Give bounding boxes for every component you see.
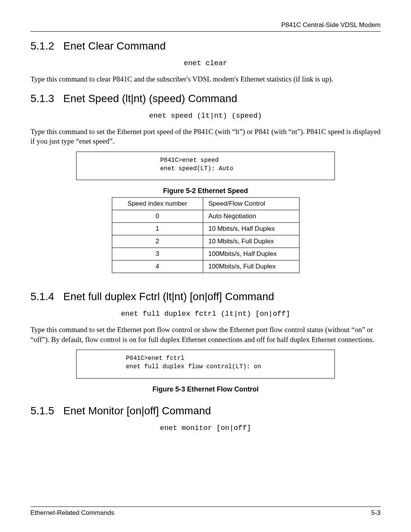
heading-title: Enet Speed (lt|nt) (speed) Command	[63, 93, 237, 105]
table-cell: 100Mbits/s, Full Duplex	[203, 260, 299, 273]
table-row: 0 Auto Negotiation	[112, 210, 299, 223]
heading-title: Enet full duplex Fctrl (lt|nt) [on|off] …	[63, 291, 274, 303]
table-cell: 10 Mbits/s, Full Duplex	[203, 235, 299, 248]
figure-caption-5-3: Figure 5-3 Ethernet Flow Control	[30, 385, 381, 393]
code-box-5-1-4: P841C>enet fctrl enet full duplex flow c…	[76, 350, 335, 378]
heading-5-1-3: 5.1.3 Enet Speed (lt|nt) (speed) Command	[30, 93, 381, 105]
table-row: 1 10 Mbits/s, Half Duplex	[112, 223, 299, 235]
running-header: P841C Central-Side VDSL Modem	[30, 21, 381, 32]
table-row: 4 100Mbits/s, Full Duplex	[112, 260, 299, 273]
table-row: 2 10 Mbits/s, Full Duplex	[112, 235, 299, 248]
heading-number: 5.1.5	[30, 405, 54, 417]
table-cell: 100Mbits/s, Half Duplex	[203, 248, 299, 260]
heading-number: 5.1.2	[30, 40, 54, 52]
paragraph-5-1-2: Type this command to clear P841C and the…	[30, 74, 381, 84]
footer-left: Ethernet-Related Commands	[30, 509, 114, 517]
paragraph-5-1-4: Type this command to set the Ethernet po…	[30, 325, 381, 344]
command-5-1-3: enet speed (lt|nt) (speed)	[30, 112, 381, 120]
table-cell: 2	[112, 235, 203, 248]
heading-number: 5.1.4	[30, 291, 54, 303]
footer-right: 5-3	[371, 509, 381, 517]
command-5-1-4: enet full duplex fctrl (lt|nt) [on|off]	[30, 310, 381, 318]
heading-title: Enet Monitor [on|off] Command	[63, 405, 211, 417]
table-row: 3 100Mbits/s, Half Duplex	[112, 248, 299, 260]
table-header-cell: Speed index number	[112, 198, 203, 210]
heading-5-1-2: 5.1.2 Enet Clear Command	[30, 40, 381, 52]
table-cell: Auto Negotiation	[203, 210, 299, 223]
command-5-1-5: enet monitor [on|off]	[30, 424, 381, 432]
paragraph-5-1-3: Type this command to set the Ethernet po…	[30, 127, 381, 146]
heading-number: 5.1.3	[30, 93, 54, 105]
heading-title: Enet Clear Command	[63, 40, 166, 52]
heading-5-1-5: 5.1.5 Enet Monitor [on|off] Command	[30, 405, 381, 417]
table-cell: 3	[112, 248, 203, 260]
table-header-row: Speed index number Speed/Flow Control	[112, 198, 299, 210]
figure-caption-5-2: Figure 5-2 Ethernet Speed	[30, 187, 381, 195]
table-cell: 10 Mbits/s, Half Duplex	[203, 223, 299, 235]
command-5-1-2: enet clear	[30, 59, 381, 67]
speed-table: Speed index number Speed/Flow Control 0 …	[112, 197, 299, 273]
code-content: P841C>enet fctrl enet full duplex flow c…	[126, 355, 328, 371]
heading-5-1-4: 5.1.4 Enet full duplex Fctrl (lt|nt) [on…	[30, 291, 381, 303]
page-footer: Ethernet-Related Commands 5-3	[30, 506, 381, 517]
table-cell: 0	[112, 210, 203, 223]
code-content: P841C>enet speed enet speed(LT): Auto	[160, 157, 328, 173]
table-header-cell: Speed/Flow Control	[203, 198, 299, 210]
table-cell: 1	[112, 223, 203, 235]
code-box-5-1-3: P841C>enet speed enet speed(LT): Auto	[76, 152, 335, 180]
table-cell: 4	[112, 260, 203, 273]
